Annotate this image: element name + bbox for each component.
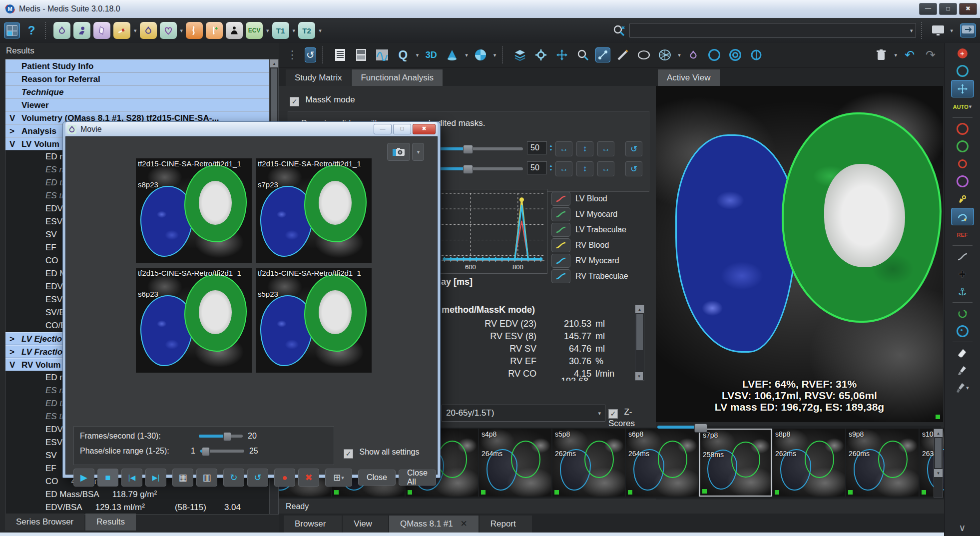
mesh-tool-caret-icon[interactable]: ▾ [678, 52, 681, 58]
qangio-caret-icon[interactable]: ▾ [134, 27, 137, 34]
active-view-tab[interactable]: Active View [658, 69, 720, 86]
expander-icon[interactable]: > [9, 346, 21, 358]
massk-spin-2[interactable]: 50 ▴▾ [527, 161, 555, 174]
target-button[interactable] [952, 62, 974, 79]
phase-slider[interactable] [657, 424, 941, 431]
layout-select-button[interactable]: ⊞▾ [325, 469, 352, 487]
scroll-down-icon[interactable]: ▾ [635, 372, 643, 380]
qmass-app-icon[interactable] [53, 22, 70, 39]
fps-slider[interactable] [199, 435, 243, 438]
analysis-tab[interactable]: Functional Analysis [352, 69, 443, 86]
range-slider-handle[interactable] [202, 447, 210, 456]
loop-button[interactable]: ↻ [223, 469, 244, 487]
lv-mask-contour[interactable] [782, 112, 942, 323]
patient-search-combobox[interactable]: ▾ [629, 23, 916, 38]
move-contour-button[interactable] [951, 80, 974, 97]
fit-both-button[interactable]: ↔ [597, 141, 614, 156]
mask-toggle-button[interactable] [551, 269, 570, 283]
medis-view-app-icon[interactable] [226, 22, 243, 39]
results-box-scrollbar[interactable]: ▴ ▾ [635, 305, 644, 381]
abort-button[interactable]: ✖ [298, 469, 319, 487]
layers-tool-button[interactable] [511, 46, 528, 63]
dialog-minimize-button[interactable]: — [374, 124, 392, 134]
grid-small-button[interactable]: ▦ [172, 469, 193, 487]
contour-ring-button-1[interactable] [706, 46, 723, 63]
graph-view-button[interactable] [374, 46, 391, 63]
brush-button[interactable] [952, 362, 974, 379]
workspace-tab[interactable]: Report [480, 516, 532, 533]
movie-thumbnail-s5p23[interactable]: tf2d15-CINE-SA-Retro/tfi2d1_1s5p23 [256, 268, 372, 373]
mask-toggle-button[interactable] [551, 223, 570, 237]
mask-toggle-button[interactable] [551, 238, 570, 252]
strip-scrollbar[interactable]: ▴ ▾ [934, 429, 943, 498]
results-tree-row[interactable]: Reason for Referral [5, 72, 269, 85]
redo-button[interactable]: ↷ [922, 46, 939, 63]
lv-endo-contour-button[interactable] [952, 120, 974, 137]
t2-app-icon[interactable]: T2 [298, 22, 315, 39]
grid-large-button[interactable]: ▥ [196, 469, 217, 487]
toolbar-overflow-chevron[interactable]: ∨ [952, 520, 974, 536]
phase-thumbnail-s7p8[interactable]: s7p8258ms [699, 429, 772, 497]
brush-2-button[interactable]: ▾ [952, 380, 974, 396]
window-close-button[interactable]: ✖ [959, 3, 977, 15]
layout-button[interactable] [4, 22, 20, 38]
cross-marker-button[interactable]: + [952, 266, 974, 282]
slider-handle[interactable] [463, 165, 473, 174]
zscores-checkbox[interactable]: ✓ Z-Scores [608, 407, 656, 429]
lv-epi-contour-button[interactable] [952, 138, 974, 154]
curve-tool-button[interactable] [952, 248, 974, 265]
phase-slider-handle[interactable] [694, 424, 707, 433]
range-slider[interactable] [200, 450, 244, 453]
scroll-thumb[interactable] [271, 68, 277, 128]
last-frame-button[interactable]: ▶| [145, 469, 166, 487]
massk-threshold-value-1[interactable]: 50 [527, 141, 547, 154]
eraser-button[interactable] [952, 345, 974, 361]
help-button[interactable]: ? [23, 22, 40, 39]
screen-layout-button[interactable] [930, 22, 947, 39]
reset-slider-button[interactable]: ↺ [625, 141, 642, 156]
contour-ring-button-2[interactable] [727, 46, 744, 63]
scroll-thumb[interactable] [636, 314, 643, 350]
results-tree-row[interactable]: Viewer [5, 98, 269, 111]
delete-caret-icon[interactable]: ▾ [894, 52, 897, 58]
ellipse-tool-button[interactable] [635, 46, 652, 63]
results-tree-row[interactable]: ED Mass/BSA118.79 g/m² [5, 488, 269, 501]
qangio-ct-caret-icon[interactable]: ▾ [180, 27, 183, 34]
movie-thumbnail-s6p23[interactable]: tf2d15-CINE-SA-Retro/tfi2d1_1s6p23 [136, 268, 252, 373]
fps-slider-handle[interactable] [223, 432, 231, 441]
qangio-xa-app-icon[interactable] [113, 22, 130, 39]
cone-tool-caret-icon[interactable]: ▾ [465, 52, 468, 58]
zoom-tool-button[interactable] [574, 46, 591, 63]
close-all-button[interactable]: Close All [399, 470, 436, 486]
show-all-settings-checkbox[interactable]: ✓ Show all settings [344, 448, 420, 459]
ring-dot-button[interactable] [952, 323, 974, 339]
expander-icon[interactable]: > [9, 125, 21, 137]
contour-ring-button-3[interactable] [748, 46, 765, 63]
report-view-button[interactable] [332, 46, 349, 63]
brush-caret-icon[interactable]: ▾ [966, 385, 969, 391]
expander-icon[interactable]: V [9, 112, 21, 124]
search-patient-icon[interactable] [611, 24, 626, 37]
results-tree-row[interactable]: Patient Study Info [5, 59, 269, 72]
normal-values-dropdown[interactable]: 20-65y/1.5T) ▾ [442, 405, 605, 422]
phase-thumbnail-s8p8[interactable]: s8p8262ms [773, 429, 845, 497]
workspace-tab[interactable]: View [343, 516, 388, 533]
window-maximize-button[interactable]: □ [939, 3, 957, 15]
ref-button[interactable]: REF [952, 226, 974, 243]
spin-arrows-icon[interactable]: ▴▾ [547, 141, 555, 154]
qmass-legacy-app-icon[interactable] [140, 22, 157, 39]
fit-width-button[interactable]: ↔ [555, 141, 572, 156]
pan-tool-button[interactable] [553, 46, 570, 63]
phase-thumbnail-s4p8[interactable]: s4p8264ms [479, 429, 551, 497]
play-button[interactable]: ▶ [73, 469, 94, 487]
massk-spin-1[interactable]: 50 ▴▾ [527, 141, 555, 154]
scroll-thumb[interactable] [935, 438, 942, 468]
ecv-caret-icon[interactable]: ▾ [266, 27, 269, 34]
spin-arrows-icon[interactable]: ▴▾ [547, 161, 555, 174]
reset-slider-button[interactable]: ↺ [625, 161, 642, 176]
panel-tab[interactable]: Series Browser [5, 514, 84, 531]
cone-tool-button[interactable] [444, 46, 461, 63]
anchor-tool-button[interactable]: ⚓ [952, 283, 974, 300]
mask-toggle-button[interactable] [551, 192, 570, 206]
dialog-close-button[interactable]: ✖ [413, 124, 436, 134]
